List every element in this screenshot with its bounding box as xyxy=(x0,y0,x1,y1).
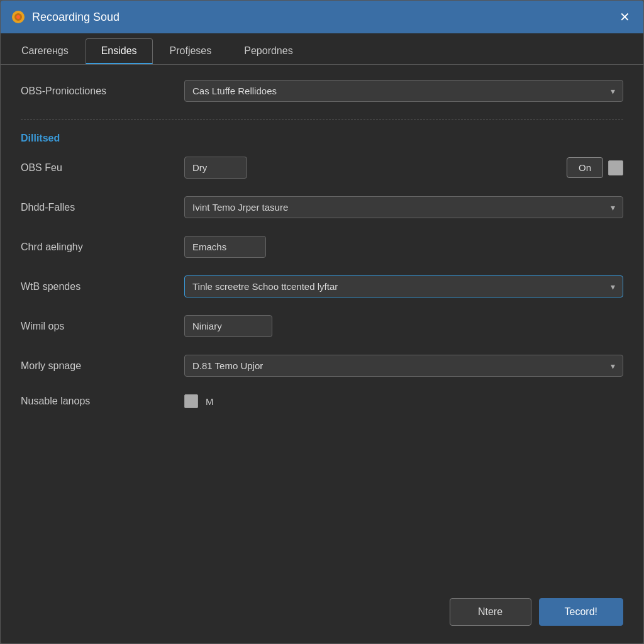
form-row-obs-feu: OBS Feu Dry On xyxy=(21,157,623,179)
form-row-dhdd-falles: Dhdd-Falles Ivint Temo Jrper tasure ▾ xyxy=(21,196,623,218)
obs-feu-control: Dry On xyxy=(184,157,623,179)
nusable-lanops-label: Nusable lanops xyxy=(21,396,184,407)
tab-bar: Carerенgs Ensides Profjeses Pepordnes xyxy=(1,33,643,65)
form-row-chrd-aelinghy: Chrd aelinghy Emachs xyxy=(21,236,623,258)
form-row-morly-spnage: Morly spnage D.81 Temo Upjor ▾ xyxy=(21,355,623,377)
wtb-spendes-value: Tinle screetre Schoo ttcented lyftar xyxy=(192,281,338,292)
obs-feu-label: OBS Feu xyxy=(21,162,184,174)
form-row-nusable-lanops: Nusable lanops M xyxy=(21,394,623,408)
wtb-spendes-label: WtB spendes xyxy=(21,281,184,292)
app-icon xyxy=(11,9,26,25)
tab-ensides[interactable]: Ensides xyxy=(86,38,153,64)
chevron-down-icon: ▾ xyxy=(611,86,615,96)
content-area: OBS-Pronioctiones Cas Ltuffe Rellidoes ▾… xyxy=(1,65,643,586)
tab-profjeses[interactable]: Profjeses xyxy=(154,38,228,64)
obs-pronioctiones-label: OBS-Pronioctiones xyxy=(21,86,184,97)
obs-feu-checkbox[interactable] xyxy=(608,160,623,175)
close-button[interactable]: ✕ xyxy=(616,8,633,26)
nusable-lanops-checkbox[interactable] xyxy=(184,394,198,408)
confirm-button[interactable]: Tecord! xyxy=(539,598,623,626)
chrd-aelinghy-label: Chrd aelinghy xyxy=(21,242,184,253)
chevron-down-icon: ▾ xyxy=(611,203,615,213)
obs-pronioctiones-select[interactable]: Cas Ltuffe Rellidoes ▾ xyxy=(184,80,623,102)
dialog-title: Recoarding Soud xyxy=(32,11,616,24)
wimil-ops-label: Wimil ops xyxy=(21,321,184,332)
nusable-lanops-control: M xyxy=(184,394,623,408)
svg-point-2 xyxy=(16,15,20,19)
obs-pronioctiones-value: Cas Ltuffe Rellidoes xyxy=(192,86,277,96)
tab-pepordnes[interactable]: Pepordnes xyxy=(228,38,308,64)
top-form-row: OBS-Pronioctiones Cas Ltuffe Rellidoes ▾ xyxy=(21,80,623,102)
wtb-spendes-select[interactable]: Tinle screetre Schoo ttcented lyftar ▾ xyxy=(184,275,623,297)
wimil-ops-input[interactable]: Niniary xyxy=(184,315,272,337)
chevron-down-icon: ▾ xyxy=(611,282,615,292)
wtb-spendes-control: Tinle screetre Schoo ttcented lyftar ▾ xyxy=(184,275,623,297)
morly-spnage-value: D.81 Temo Upjor xyxy=(192,360,263,371)
nusable-lanops-checkbox-label: M xyxy=(206,396,214,407)
form-row-wimil-ops: Wimil ops Niniary xyxy=(21,315,623,337)
dialog-window: Recoarding Soud ✕ Carerенgs Ensides Prof… xyxy=(0,0,644,644)
wimil-ops-control: Niniary xyxy=(184,315,623,337)
dhdd-falles-control: Ivint Temo Jrper tasure ▾ xyxy=(184,196,623,218)
chevron-down-icon: ▾ xyxy=(611,361,615,371)
morly-spnage-label: Morly spnage xyxy=(21,360,184,372)
chrd-aelinghy-control: Emachs xyxy=(184,236,623,258)
section-label-dillitsed: Dillitsed xyxy=(21,133,623,144)
morly-spnage-select[interactable]: D.81 Temo Upjor ▾ xyxy=(184,355,623,377)
obs-feu-input[interactable]: Dry xyxy=(184,157,247,179)
dialog-footer: Ntere Tecord! xyxy=(1,586,643,643)
form-row-wtb-spendes: WtB spendes Tinle screetre Schoo ttcente… xyxy=(21,275,623,297)
chrd-aelinghy-input[interactable]: Emachs xyxy=(184,236,266,258)
on-button[interactable]: On xyxy=(567,157,603,178)
morly-spnage-control: D.81 Temo Upjor ▾ xyxy=(184,355,623,377)
section-divider xyxy=(21,119,623,120)
title-bar: Recoarding Soud ✕ xyxy=(1,1,643,33)
obs-pronioctiones-control: Cas Ltuffe Rellidoes ▾ xyxy=(184,80,623,102)
tab-carerенgs[interactable]: Carerенgs xyxy=(6,38,84,64)
cancel-button[interactable]: Ntere xyxy=(450,598,531,626)
dhdd-falles-label: Dhdd-Falles xyxy=(21,202,184,213)
dhdd-falles-value: Ivint Temo Jrper tasure xyxy=(192,202,288,213)
obs-feu-toggle-group: Dry On xyxy=(184,157,623,179)
dhdd-falles-select[interactable]: Ivint Temo Jrper tasure ▾ xyxy=(184,196,623,218)
